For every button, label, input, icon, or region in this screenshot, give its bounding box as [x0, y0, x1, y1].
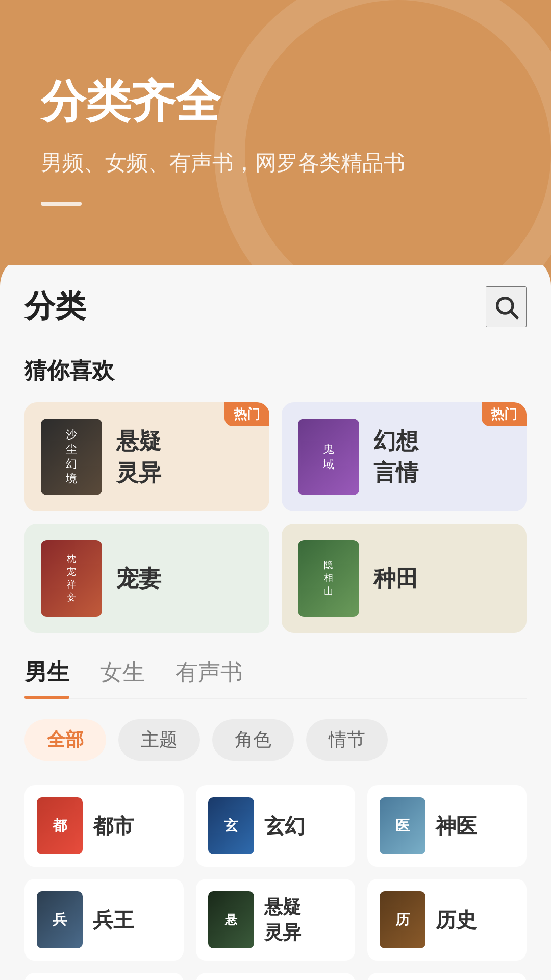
category-more2[interactable]: 宫 宫斗	[196, 973, 355, 980]
filter-role[interactable]: 角色	[212, 719, 294, 761]
hot-badge-fantasy: 热门	[482, 402, 527, 426]
hot-badge-mystery: 热门	[224, 402, 269, 426]
filter-row: 全部 主题 角色 情节	[24, 719, 527, 761]
cat-name-bingwang: 兵王	[93, 906, 134, 934]
book-cover-mystery: 沙尘幻境	[41, 419, 102, 495]
recommend-label-mystery: 悬疑灵异	[116, 425, 161, 488]
svg-line-1	[511, 311, 517, 317]
card-header: 分类	[24, 286, 527, 327]
page-title: 分类齐全	[41, 71, 510, 132]
search-button[interactable]	[486, 286, 527, 327]
category-more1[interactable]: 侠 玄侠	[24, 973, 184, 980]
recommend-label-farm: 种田	[373, 562, 418, 594]
filter-all[interactable]: 全部	[24, 719, 106, 761]
category-grid: 都 都市 玄 玄幻 医 神医 兵 兵王 悬 悬疑灵异	[24, 785, 527, 980]
category-xuanyi[interactable]: 悬 悬疑灵异	[196, 879, 355, 961]
category-shenyi[interactable]: 医 神医	[367, 785, 527, 867]
cat-cover-lishi: 历	[380, 891, 425, 948]
recommend-card-mystery[interactable]: 热门 沙尘幻境 悬疑灵异	[24, 402, 269, 511]
cat-name-xuanyi: 悬疑灵异	[264, 894, 301, 946]
recommend-label-fantasy: 幻想言情	[373, 425, 418, 488]
category-more3[interactable]: 侦 女侦	[367, 973, 527, 980]
filter-plot[interactable]: 情节	[306, 719, 388, 761]
filter-theme[interactable]: 主题	[118, 719, 200, 761]
main-card: 分类 猜你喜欢 热门 沙尘幻境 悬疑灵异 热门 鬼域 幻想言情	[0, 255, 551, 980]
recommend-card-fantasy[interactable]: 热门 鬼域 幻想言情	[282, 402, 527, 511]
book-cover-spoilwife: 枕宠祥妾	[41, 540, 102, 617]
recommend-label-spoilwife: 宠妻	[116, 562, 161, 594]
recommend-section-label: 猜你喜欢	[24, 356, 527, 386]
category-lishi[interactable]: 历 历史	[367, 879, 527, 961]
cat-name-shenyi: 神医	[436, 812, 477, 840]
category-dushi[interactable]: 都 都市	[24, 785, 184, 867]
cat-name-xuanhuan: 玄幻	[264, 812, 305, 840]
search-icon	[493, 293, 519, 320]
recommend-card-spoilwife[interactable]: 枕宠祥妾 宠妻	[24, 524, 269, 633]
header-section: 分类齐全 男频、女频、有声书，网罗各类精品书	[0, 0, 551, 265]
tab-female[interactable]: 女生	[100, 657, 145, 698]
category-bingwang[interactable]: 兵 兵王	[24, 879, 184, 961]
cat-name-dushi: 都市	[93, 812, 134, 840]
cat-cover-shenyi: 医	[380, 797, 425, 854]
recommend-card-farm[interactable]: 隐相山 种田	[282, 524, 527, 633]
cat-cover-bingwang: 兵	[37, 891, 83, 948]
header-divider	[41, 202, 82, 206]
cat-cover-xuanhuan: 玄	[208, 797, 254, 854]
header-subtitle: 男频、女频、有声书，网罗各类精品书	[41, 149, 510, 177]
cat-name-lishi: 历史	[436, 906, 477, 934]
book-cover-fantasy: 鬼域	[298, 419, 359, 495]
tabs-row: 男生 女生 有声书	[24, 657, 527, 699]
card-title: 分类	[24, 286, 86, 327]
tab-audiobook[interactable]: 有声书	[176, 657, 243, 698]
tab-male[interactable]: 男生	[24, 657, 69, 698]
cat-cover-xuanyi: 悬	[208, 891, 254, 948]
category-xuanhuan[interactable]: 玄 玄幻	[196, 785, 355, 867]
book-cover-farm: 隐相山	[298, 540, 359, 617]
cat-cover-dushi: 都	[37, 797, 83, 854]
recommend-grid: 热门 沙尘幻境 悬疑灵异 热门 鬼域 幻想言情 枕宠祥妾 宠妻 隐相山	[24, 402, 527, 633]
